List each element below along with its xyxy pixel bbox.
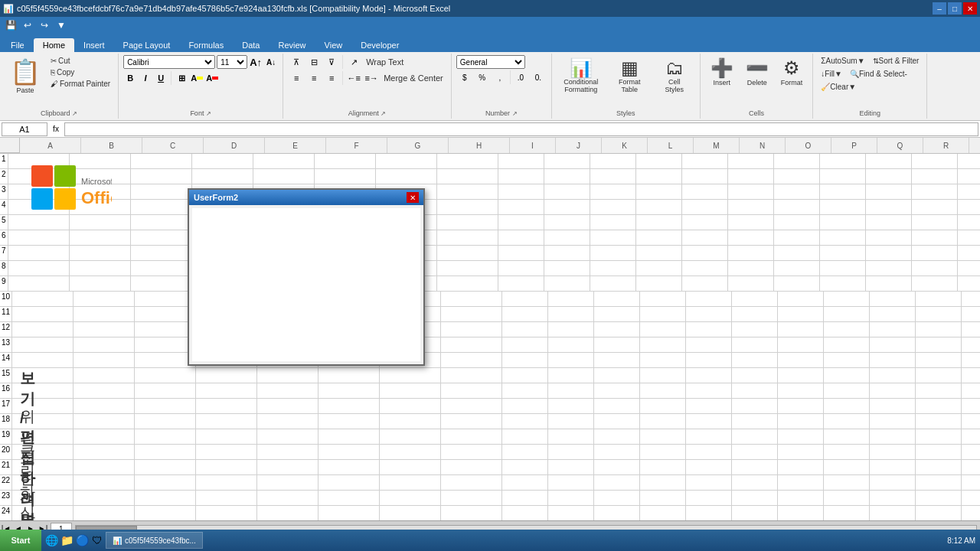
cell-E20[interactable]	[257, 445, 318, 460]
italic-button[interactable]: I	[139, 71, 152, 85]
cell-J12[interactable]	[548, 322, 594, 337]
cell-B19[interactable]	[74, 429, 135, 445]
cell-P6[interactable]	[820, 230, 866, 246]
close-button[interactable]: ✕	[963, 2, 977, 15]
cell-G22[interactable]	[380, 475, 441, 491]
cell-H1[interactable]	[437, 154, 498, 169]
cell-O14[interactable]	[778, 353, 824, 368]
cell-O5[interactable]	[774, 215, 820, 230]
cell-J10[interactable]	[548, 292, 594, 307]
cell-M20[interactable]	[686, 445, 732, 460]
cell-I12[interactable]	[502, 322, 548, 337]
cell-A22[interactable]	[12, 475, 74, 491]
cell-J14[interactable]	[548, 353, 594, 368]
cell-I21[interactable]	[502, 460, 548, 475]
col-header-q[interactable]: Q	[877, 138, 923, 153]
fill-button[interactable]: ↓ Fill ▼	[818, 68, 845, 80]
cell-L1[interactable]	[636, 154, 682, 169]
cell-H19[interactable]	[441, 429, 502, 445]
cell-R9[interactable]	[912, 276, 958, 292]
redo-qat-button[interactable]: ↪	[37, 18, 52, 32]
cell-E2[interactable]	[253, 169, 315, 184]
cell-J24[interactable]	[548, 506, 594, 520]
tab-view[interactable]: View	[315, 38, 352, 52]
cell-C4[interactable]	[131, 200, 192, 215]
cell-M14[interactable]	[686, 353, 732, 368]
cell-M6[interactable]	[682, 230, 728, 246]
cell-I8[interactable]	[498, 261, 544, 276]
cell-B3[interactable]	[70, 184, 131, 200]
cell-K14[interactable]	[594, 353, 640, 368]
save-qat-button[interactable]: 💾	[3, 18, 18, 32]
number-format-select[interactable]: General	[456, 55, 525, 69]
cell-G1[interactable]	[376, 154, 437, 169]
cell-P11[interactable]	[824, 307, 870, 322]
cell-R8[interactable]	[912, 261, 958, 276]
cell-R11[interactable]	[916, 307, 962, 322]
cell-J16[interactable]	[548, 383, 594, 399]
cell-A8[interactable]	[8, 261, 70, 276]
tab-page-layout[interactable]: Page Layout	[114, 38, 180, 52]
cell-B2[interactable]	[70, 169, 131, 184]
cell-Q10[interactable]	[870, 292, 916, 307]
cell-G16[interactable]	[380, 383, 441, 399]
cell-K9[interactable]	[590, 276, 636, 292]
cell-O16[interactable]	[778, 383, 824, 399]
cell-S6[interactable]	[958, 230, 980, 246]
cell-B24[interactable]	[74, 506, 135, 520]
decrease-font-button[interactable]: A↓	[264, 55, 278, 69]
cell-N12[interactable]	[732, 322, 778, 337]
cell-B6[interactable]	[70, 230, 131, 246]
cell-K17[interactable]	[594, 399, 640, 414]
cell-P5[interactable]	[820, 215, 866, 230]
currency-button[interactable]: $	[456, 70, 473, 84]
cell-F21[interactable]	[318, 460, 380, 475]
cell-S5[interactable]	[958, 215, 980, 230]
cell-J22[interactable]	[548, 475, 594, 491]
cell-I7[interactable]	[498, 246, 544, 261]
cell-L21[interactable]	[640, 460, 686, 475]
cell-K8[interactable]	[590, 261, 636, 276]
cell-S21[interactable]	[962, 460, 980, 475]
cell-G23[interactable]	[380, 491, 441, 506]
cell-R17[interactable]	[916, 399, 962, 414]
cell-I11[interactable]	[502, 307, 548, 322]
cell-B18[interactable]	[74, 414, 135, 429]
taskbar-ie-icon[interactable]: 🌐	[44, 533, 58, 547]
cell-M15[interactable]	[686, 368, 732, 383]
cell-A21[interactable]	[12, 460, 74, 475]
minimize-button[interactable]: –	[933, 2, 946, 15]
cell-I19[interactable]	[502, 429, 548, 445]
cell-Q14[interactable]	[870, 353, 916, 368]
font-color-button[interactable]: A	[205, 71, 219, 85]
col-header-o[interactable]: O	[786, 138, 831, 153]
cell-P18[interactable]	[824, 414, 870, 429]
cell-K18[interactable]	[594, 414, 640, 429]
undo-qat-button[interactable]: ↩	[20, 18, 35, 32]
cell-J2[interactable]	[544, 169, 590, 184]
cell-L17[interactable]	[640, 399, 686, 414]
cell-L3[interactable]	[636, 184, 682, 200]
cell-C9[interactable]	[131, 276, 192, 292]
cell-D24[interactable]	[196, 506, 257, 520]
cell-G20[interactable]	[380, 445, 441, 460]
cell-A10[interactable]	[12, 292, 74, 307]
cell-D23[interactable]	[196, 491, 257, 506]
cell-C24[interactable]	[135, 506, 196, 520]
cell-Q4[interactable]	[866, 200, 912, 215]
cell-S7[interactable]	[958, 246, 980, 261]
cell-H16[interactable]	[441, 383, 502, 399]
cell-L13[interactable]	[640, 337, 686, 353]
cell-P12[interactable]	[824, 322, 870, 337]
cell-L8[interactable]	[636, 261, 682, 276]
cell-O2[interactable]	[774, 169, 820, 184]
cell-M17[interactable]	[686, 399, 732, 414]
taskbar-security-icon[interactable]: 🛡	[90, 533, 104, 547]
cell-N16[interactable]	[732, 383, 778, 399]
cell-N10[interactable]	[732, 292, 778, 307]
start-button[interactable]: Start	[0, 530, 41, 551]
cell-S14[interactable]	[962, 353, 980, 368]
cell-D20[interactable]	[196, 445, 257, 460]
cell-K5[interactable]	[590, 215, 636, 230]
cell-R19[interactable]	[916, 429, 962, 445]
